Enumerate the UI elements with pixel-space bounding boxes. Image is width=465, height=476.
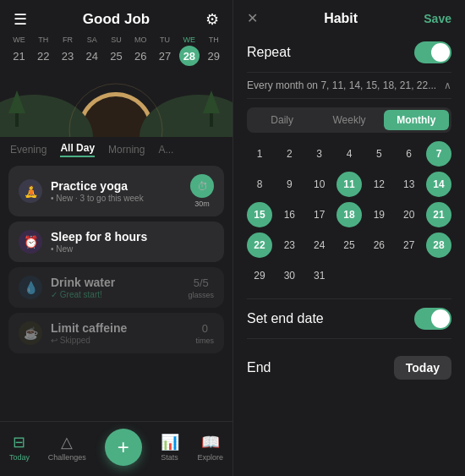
close-button[interactable]: ✕ [247, 10, 258, 26]
left-header: ☰ Good Job ⚙ [0, 0, 232, 32]
cal-day-21[interactable]: WE 21 [7, 36, 31, 66]
chevron-up-icon[interactable]: ∧ [444, 79, 451, 91]
nav-label-today: Today [9, 453, 30, 462]
right-title: Habit [324, 11, 358, 26]
cal-cell-20[interactable]: 20 [397, 202, 422, 227]
cal-cell-21[interactable]: 21 [426, 202, 451, 227]
cal-day-27[interactable]: TU 27 [153, 36, 178, 66]
cal-cell-11[interactable]: 11 [336, 172, 362, 197]
cal-day-num: 21 [8, 46, 29, 66]
filter-tabs: EveningAll DayMorningA... [0, 137, 232, 162]
cal-day-label: TH [209, 36, 219, 44]
cal-grid-row: 1234567 [247, 141, 451, 167]
cal-day-num: 27 [155, 46, 175, 66]
cal-cell-10[interactable]: 10 [307, 172, 332, 197]
nav-item-stats[interactable]: 📊 Stats [161, 433, 179, 462]
cal-cell-2[interactable]: 2 [276, 141, 302, 167]
nav-icon-explore: 📖 [201, 433, 220, 451]
cal-cell-19[interactable]: 19 [366, 202, 391, 227]
habit-name-yoga: Practice yoga [51, 179, 182, 193]
period-tab-daily[interactable]: Daily [249, 110, 315, 130]
habit-info-water: Drink water Great start! [51, 276, 179, 299]
cal-cell-4[interactable]: 4 [336, 141, 362, 167]
cal-cell-18[interactable]: 18 [336, 202, 362, 227]
cal-cell-12[interactable]: 12 [366, 172, 391, 197]
cal-day-25[interactable]: SU 25 [104, 36, 129, 66]
cal-cell-24[interactable]: 24 [307, 233, 332, 258]
cal-day-num: 28 [179, 46, 200, 66]
add-habit-button[interactable]: + [105, 429, 142, 466]
badge-label-water: glasses [188, 291, 214, 299]
cal-cell-27[interactable]: 27 [397, 233, 422, 258]
cal-cell-16[interactable]: 16 [276, 202, 302, 227]
cal-cell-22[interactable]: 22 [247, 233, 272, 258]
habit-item-caffeine[interactable]: ☕ Limit caffeine Skipped 0 times [8, 313, 224, 353]
cal-day-label: WE [183, 36, 196, 44]
habit-name-caffeine: Limit caffeine [51, 321, 187, 335]
svg-rect-7 [210, 112, 213, 127]
cal-cell-30[interactable]: 30 [276, 263, 302, 288]
cal-cell-5[interactable]: 5 [366, 141, 391, 167]
habit-info-caffeine: Limit caffeine Skipped [51, 321, 187, 345]
filter-tab-a...[interactable]: A... [158, 144, 173, 156]
cal-cell-31[interactable]: 31 [307, 263, 332, 288]
cal-cell-26[interactable]: 26 [366, 233, 391, 258]
habit-icon-caffeine: ☕ [19, 321, 42, 345]
cal-cell-13[interactable]: 13 [397, 172, 422, 197]
cal-day-23[interactable]: FR 23 [56, 36, 80, 66]
settings-icon[interactable]: ⚙ [205, 10, 219, 29]
end-value[interactable]: Today [394, 356, 451, 380]
cal-cell-6[interactable]: 6 [397, 141, 422, 167]
habit-sub-yoga: New · 3 to go this week [51, 194, 182, 203]
filter-tab-evening[interactable]: Evening [10, 144, 46, 156]
filter-tab-morning[interactable]: Morning [108, 144, 145, 156]
cal-cell-14[interactable]: 14 [426, 172, 451, 197]
cal-cell-9[interactable]: 9 [276, 172, 302, 197]
badge-num-water: 5/5 [194, 276, 209, 289]
cal-cell-28[interactable]: 28 [426, 233, 451, 258]
cal-grid-row: 22232425262728 [247, 233, 451, 258]
bottom-nav: ⊟ Today △ Challenges + 📊 Stats 📖 Explore [0, 421, 232, 476]
cal-cell-17[interactable]: 17 [307, 202, 332, 227]
nav-icon-challenges: △ [61, 433, 73, 451]
cal-cell-1[interactable]: 1 [247, 141, 272, 167]
month-calendar: 1234567891011121314151617181920212223242… [247, 141, 451, 288]
habit-name-sleep: Sleep for 8 hours [51, 230, 214, 243]
cal-day-28[interactable]: WE 28 [177, 36, 201, 66]
repeat-toggle[interactable] [414, 41, 451, 63]
cal-cell-23[interactable]: 23 [276, 233, 302, 258]
nav-item-challenges[interactable]: △ Challenges [48, 433, 86, 462]
cal-day-24[interactable]: SA 24 [79, 36, 104, 66]
period-tab-monthly[interactable]: Monthly [384, 110, 449, 130]
nav-item-explore[interactable]: 📖 Explore [198, 433, 224, 462]
cal-day-29[interactable]: TH 29 [201, 36, 226, 66]
menu-icon[interactable]: ☰ [14, 10, 27, 29]
cal-cell-7[interactable]: 7 [426, 141, 451, 167]
cal-cell-8[interactable]: 8 [247, 172, 272, 197]
svg-rect-5 [15, 112, 19, 127]
cal-cell-3[interactable]: 3 [307, 141, 332, 167]
habit-item-sleep[interactable]: ⏰ Sleep for 8 hours New [8, 222, 224, 262]
cal-cell-15[interactable]: 15 [247, 202, 272, 227]
habit-item-yoga[interactable]: 🧘 Practice yoga New · 3 to go this week … [8, 166, 224, 216]
cal-day-22[interactable]: TH 22 [31, 36, 56, 66]
habit-sub-sleep: New [51, 244, 214, 254]
period-tab-weekly[interactable]: Weekly [316, 110, 381, 130]
cal-cell-29[interactable]: 29 [247, 263, 272, 288]
repeat-label: Repeat [247, 45, 291, 60]
nav-item-today[interactable]: ⊟ Today [9, 433, 30, 462]
end-row: End Today [247, 347, 451, 388]
set-end-date-toggle[interactable] [414, 308, 451, 330]
habit-icon-water: 💧 [19, 276, 42, 299]
habit-badge-caffeine: 0 times [195, 322, 214, 345]
nav-label-challenges: Challenges [48, 453, 86, 462]
cal-day-label: SU [111, 36, 122, 44]
cal-cell-25[interactable]: 25 [336, 233, 362, 258]
filter-tab-all-day[interactable]: All Day [60, 142, 95, 157]
habit-icon-yoga: 🧘 [19, 179, 42, 203]
cal-day-26[interactable]: MO 26 [129, 36, 153, 66]
left-panel: ☰ Good Job ⚙ WE 21 TH 22 FR 23 SA 24 SU … [0, 0, 232, 476]
period-tabs: DailyWeeklyMonthly [247, 107, 451, 133]
habit-item-water[interactable]: 💧 Drink water Great start! 5/5 glasses [8, 267, 224, 308]
save-button[interactable]: Save [424, 12, 451, 25]
